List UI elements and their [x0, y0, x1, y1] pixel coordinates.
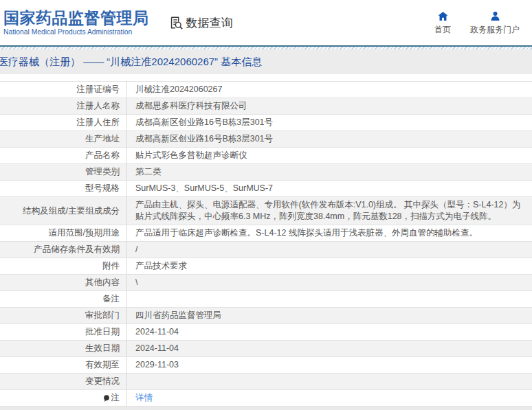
field-label-text: 注 [111, 392, 120, 404]
field-value-text: 四川省药品监督管理局 [135, 310, 221, 321]
field-value [127, 374, 532, 389]
nav-home[interactable]: 首页 [434, 10, 451, 36]
page-title: 医疗器械（注册） —— “川械注准20242060267” 基本信息 [0, 56, 262, 69]
field-value: / [127, 242, 532, 258]
field-value [127, 291, 532, 307]
table-row: 产品名称贴片式彩色多普勒超声诊断仪 [0, 148, 532, 164]
field-value: 成都高新区创业路16号B栋3层301号 [127, 115, 532, 130]
data-query-label: 数据查询 [186, 15, 233, 31]
table-row: 附件产品技术要求 [0, 258, 532, 275]
page-bottom-strip [0, 407, 532, 410]
home-icon [437, 10, 449, 22]
field-value: 成都思多科医疗科技有限公司 [127, 98, 532, 114]
table-row: 变更情况 [0, 374, 532, 390]
document-search-icon [168, 15, 184, 30]
field-label-text: 备注 [102, 293, 120, 305]
table-row: 审批部门四川省药品监督管理局 [0, 308, 532, 324]
field-value-text: SurMUS-3、SurMUS-5、SurMUS-7 [135, 183, 273, 194]
field-value: 产品适用于临床超声诊断检查。S-L4-12 线阵探头适用于浅表脏器、外周血管的辅… [127, 225, 532, 241]
field-value: 贴片式彩色多普勒超声诊断仪 [127, 148, 532, 163]
data-query-section[interactable]: 数据查询 [168, 15, 233, 31]
details-link[interactable]: 详情 [135, 392, 153, 404]
nav-home-label: 首页 [434, 24, 451, 36]
field-label: 备注 [0, 291, 127, 307]
field-label: 注 [0, 390, 127, 406]
field-label: 审批部门 [0, 308, 127, 323]
field-label-text: 型号规格 [85, 183, 120, 194]
field-label: 产品储存条件及有效期 [0, 242, 127, 258]
field-label: 其他内容 [0, 275, 127, 291]
field-label-text: 生效日期 [85, 343, 120, 354]
table-row: 型号规格SurMUS-3、SurMUS-5、SurMUS-7 [0, 181, 532, 197]
field-value-text: 成都高新区创业路16号B栋3层301号 [135, 133, 273, 145]
field-value-text: 成都思多科医疗科技有限公司 [135, 100, 247, 112]
table-row: 有效期至2029-11-03 [0, 357, 532, 374]
field-label-text: 产品名称 [85, 150, 120, 161]
field-label: 生产地址 [0, 131, 127, 147]
field-label: 有效期至 [0, 357, 127, 373]
user-icon [489, 10, 501, 22]
logo-subtitle: National Medical Products Administration [3, 28, 149, 36]
field-value: 产品技术要求 [127, 258, 532, 274]
field-value-text: 川械注准20242060267 [135, 84, 222, 95]
field-label: 结构及组成/主要组成成分 [0, 197, 127, 225]
table-row: 生效日期2024-11-04 [0, 341, 532, 357]
field-label-text: 结构及组成/主要组成成分 [23, 205, 120, 217]
field-label: 注册人名称 [0, 98, 127, 114]
field-value: 四川省药品监督管理局 [127, 308, 532, 323]
table-row: 结构及组成/主要组成成分产品由主机、探头、电源适配器、专用软件(软件发布版本:V… [0, 197, 532, 225]
field-value: 详情 [127, 390, 532, 406]
table-row: 注册人住所成都高新区创业路16号B栋3层301号 [0, 115, 532, 131]
note-icon [103, 394, 110, 402]
breadcrumb-bar: 医疗器械（注册） —— “川械注准20242060267” 基本信息 [0, 49, 532, 74]
field-label-text: 产品储存条件及有效期 [34, 244, 120, 255]
field-value: 2024-11-04 [127, 341, 532, 356]
field-label-text: 批准日期 [85, 326, 120, 338]
field-label: 批准日期 [0, 324, 127, 340]
field-value-text: 2024-11-04 [135, 343, 179, 354]
field-label: 管理类别 [0, 164, 127, 180]
table-row: 注册证编号川械注准20242060267 [0, 82, 532, 98]
field-value-text: 成都高新区创业路16号B栋3层301号 [135, 117, 273, 128]
field-value: SurMUS-3、SurMUS-5、SurMUS-7 [127, 181, 532, 196]
field-value: 川械注准20242060267 [127, 82, 532, 98]
field-label: 变更情况 [0, 374, 127, 389]
field-label: 注册证编号 [0, 82, 127, 98]
table-row: 适用范围/预期用途产品适用于临床超声诊断检查。S-L4-12 线阵探头适用于浅表… [0, 225, 532, 242]
nav-gov-portal-label: 政务服务门户 [470, 24, 520, 36]
field-value-text: 2029-11-03 [135, 359, 179, 371]
field-label-text: 变更情况 [85, 376, 120, 387]
field-label: 注册人住所 [0, 115, 127, 130]
field-label-text: 注册人住所 [77, 117, 120, 128]
field-value: 产品由主机、探头、电源适配器、专用软件(软件发布版本:V1.0)组成。 其中探头… [127, 197, 532, 225]
field-value: 2024-11-04 [127, 324, 532, 340]
table-row: 生产地址成都高新区创业路16号B栋3层301号 [0, 131, 532, 148]
field-label-text: 管理类别 [85, 166, 120, 178]
field-value-text: 2024-11-04 [135, 326, 179, 338]
field-value-text: / [135, 244, 137, 255]
field-label: 型号规格 [0, 181, 127, 196]
nav-gov-portal[interactable]: 政务服务门户 [470, 10, 520, 36]
page: 国家药品监督管理局 National Medical Products Admi… [0, 0, 532, 410]
field-value-text: 产品适用于临床超声诊断检查。S-L4-12 线阵探头适用于浅表脏器、外周血管的辅… [135, 227, 478, 239]
field-value: \ [127, 275, 532, 291]
registration-info-table: 注册证编号川械注准20242060267注册人名称成都思多科医疗科技有限公司注册… [0, 81, 532, 407]
table-row: 管理类别第二类 [0, 164, 532, 181]
field-label: 适用范围/预期用途 [0, 225, 127, 241]
field-label-text: 有效期至 [85, 359, 120, 371]
field-label-text: 生产地址 [85, 133, 120, 145]
logo-title: 国家药品监督管理局 [3, 10, 149, 27]
table-row: 备注 [0, 291, 532, 308]
field-label-text: 注册人名称 [77, 100, 120, 112]
field-label: 产品名称 [0, 148, 127, 163]
field-value: 第二类 [127, 164, 532, 180]
header-nav: 首页 政务服务门户 [434, 10, 524, 36]
field-value: 成都高新区创业路16号B栋3层301号 [127, 131, 532, 147]
field-value-text: 产品由主机、探头、电源适配器、专用软件(软件发布版本:V1.0)组成。 其中探头… [135, 199, 522, 223]
field-value-text: 贴片式彩色多普勒超声诊断仪 [135, 150, 247, 161]
table-row: 其他内容\ [0, 275, 532, 291]
field-value-text: 第二类 [135, 166, 162, 178]
nmpa-logo[interactable]: 国家药品监督管理局 National Medical Products Admi… [3, 10, 149, 36]
field-label: 生效日期 [0, 341, 127, 356]
field-label: 附件 [0, 258, 127, 274]
